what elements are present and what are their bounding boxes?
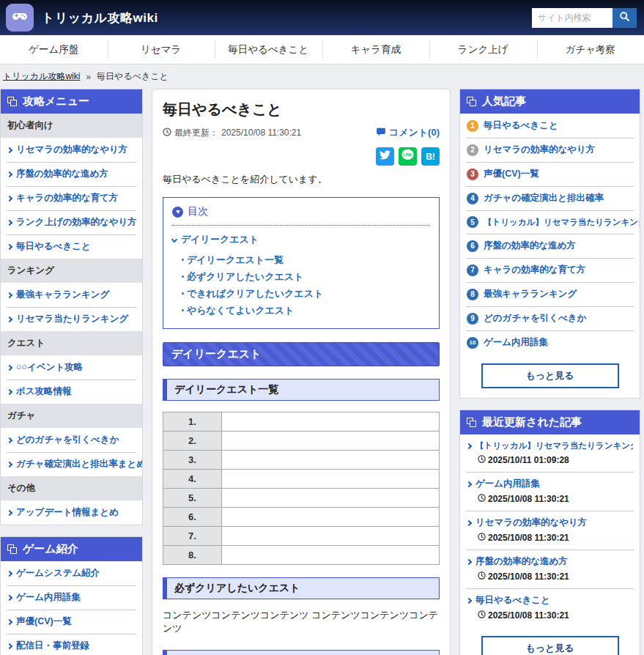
- toc-section-link[interactable]: デイリークエスト: [172, 233, 430, 246]
- recent-article-label: 毎日やるべきこと: [475, 594, 550, 607]
- recent-articles-header: 最近更新された記事: [460, 410, 640, 434]
- sidebar-link-label: ランク上げの効率的なやり方: [16, 216, 137, 229]
- toc-link-if-possible[interactable]: できればクリアしたいクエスト: [172, 285, 430, 302]
- sidebar-link-glossary[interactable]: ゲーム内用語集: [1, 585, 142, 610]
- social-share-row: LINE B!: [163, 147, 440, 166]
- sidebar-link-rank-up[interactable]: ランク上げの効率的なやり方: [1, 210, 142, 234]
- sidebar-link-reroll-howto[interactable]: リセマラの効率的なやり方: [1, 138, 142, 162]
- twitter-share-button[interactable]: [376, 147, 394, 166]
- right-sidebar: 人気記事 1毎日やるべきこと 2リセマラの効率的なやり方 3声優(CV)一覧 4…: [459, 89, 640, 655]
- sidebar-link-label: ○○イベント攻略: [16, 361, 83, 374]
- nav-item-gacha[interactable]: ガチャ考察: [537, 35, 644, 64]
- recent-article-2[interactable]: ゲーム内用語集 2025/10/08 11:30:21: [460, 472, 640, 511]
- popular-article-8[interactable]: 8最強キャラランキング: [460, 282, 640, 306]
- chevron-right-icon: [7, 570, 12, 576]
- toc-link-must-clear[interactable]: 必ずクリアしたいクエスト: [172, 268, 430, 285]
- nav-item-rank[interactable]: ランク上げ: [429, 35, 537, 64]
- chevron-right-icon: [7, 292, 12, 297]
- svg-text:LINE: LINE: [404, 152, 412, 157]
- breadcrumb-current: 毎日やるべきこと: [97, 70, 169, 83]
- sidebar-link-label: 毎日やるべきこと: [16, 240, 91, 253]
- popular-more-button[interactable]: もっと見る: [481, 363, 619, 388]
- section-body-text: コンテンツコンテンツコンテンツ コンテンツコンテンツコンテンツ: [163, 609, 440, 635]
- breadcrumb-home-link[interactable]: トリッカル攻略wiki: [3, 70, 80, 83]
- popular-article-label: 【トリッカル】リセマラ当たりランキング: [484, 217, 640, 228]
- sidebar-link-event[interactable]: ○○イベント攻略: [1, 355, 142, 380]
- nav-item-reroll[interactable]: リセマラ: [108, 35, 215, 64]
- row-content: [222, 546, 440, 565]
- page: トリッカル攻略wiki ゲーム序盤 リセマラ 毎日やるべきこと キャラ育成 ラン…: [0, 0, 644, 655]
- sidebar-link-early-game[interactable]: 序盤の効率的な進め方: [1, 162, 142, 186]
- search-input[interactable]: [532, 8, 612, 28]
- chevron-right-icon: [467, 443, 472, 448]
- sidebar-link-system[interactable]: ゲームシステム紹介: [1, 561, 142, 585]
- recent-more-button[interactable]: もっと見る: [481, 636, 619, 655]
- search-button[interactable]: [612, 8, 637, 28]
- popular-article-3[interactable]: 3声優(CV)一覧: [460, 162, 640, 186]
- line-icon: LINE: [400, 147, 415, 166]
- last-updated-value: 2025/10/08 11:30:21: [221, 127, 301, 138]
- rank-badge: 6: [467, 240, 478, 252]
- table-row: 2.: [163, 432, 440, 451]
- line-share-button[interactable]: LINE: [399, 147, 417, 166]
- popular-article-10[interactable]: 10ゲーム内用語集: [460, 330, 640, 355]
- chevron-right-icon: [7, 364, 12, 370]
- sidebar-link-cv-list[interactable]: 声優(CV)一覧: [1, 610, 142, 634]
- site-title[interactable]: トリッカル攻略wiki: [42, 10, 532, 26]
- chevron-right-icon: [7, 388, 12, 394]
- sidebar-link-which-gacha[interactable]: どのガチャを引くべきか: [1, 428, 142, 452]
- game-intro-header: ゲーム紹介: [1, 537, 142, 561]
- toc-title: 目次: [188, 205, 208, 218]
- sidebar-link-gacha-rates[interactable]: ガチャ確定演出と排出率まとめ: [1, 452, 142, 476]
- rank-badge: 2: [467, 144, 478, 156]
- popular-article-9[interactable]: 9どのガチャを引くべきか: [460, 306, 640, 330]
- recent-article-1[interactable]: 【トリッカル】リセマラ当たりランキング 2025/10/11 01:09:28: [460, 434, 640, 472]
- toc-link-skippable[interactable]: やらなくてよいクエスト: [172, 302, 430, 319]
- sidebar-link-char-raise[interactable]: キャラの効率的な育て方: [1, 186, 142, 210]
- recent-article-label: 【トリッカル】リセマラ当たりランキング: [475, 440, 633, 451]
- comment-link-label: コメント(0): [389, 126, 440, 139]
- clock-icon: [478, 455, 486, 465]
- nav-item-daily[interactable]: 毎日やるべきこと: [215, 35, 322, 64]
- recent-article-date: 2025/10/08 11:30:21: [467, 533, 633, 543]
- pages-icon: [7, 97, 17, 106]
- recent-article-5[interactable]: 毎日やるべきこと 2025/10/08 11:30:21: [460, 588, 640, 627]
- chevron-right-icon: [7, 509, 12, 515]
- toc-header[interactable]: 目次: [172, 205, 430, 226]
- row-number: 3.: [163, 451, 222, 470]
- site-logo[interactable]: [6, 4, 34, 32]
- popular-articles-title: 人気記事: [482, 95, 526, 108]
- game-intro-box: ゲーム紹介 ゲームシステム紹介 ゲーム内用語集 声優(CV)一覧 配信日・事前登…: [0, 536, 143, 655]
- sidebar-link-label: 序盤の効率的な進め方: [16, 168, 108, 180]
- sidebar-link-reroll-ranking[interactable]: リセマラ当たりランキング: [1, 307, 142, 331]
- clock-icon: [163, 127, 171, 138]
- popular-article-2[interactable]: 2リセマラの効率的なやり方: [460, 138, 640, 162]
- sidebar-link-boss[interactable]: ボス攻略情報: [1, 380, 142, 404]
- recent-article-4[interactable]: 序盤の効率的な進め方 2025/10/08 11:30:21: [460, 549, 640, 588]
- popular-article-5[interactable]: 5【トリッカル】リセマラ当たりランキング: [460, 210, 640, 234]
- recent-article-date: 2025/10/08 11:30:21: [467, 494, 633, 504]
- twitter-icon: [380, 149, 391, 163]
- popular-article-6[interactable]: 6序盤の効率的な進め方: [460, 234, 640, 258]
- chevron-right-icon: [7, 594, 12, 600]
- recent-article-3[interactable]: リセマラの効率的なやり方 2025/10/08 11:30:21: [460, 511, 640, 549]
- sidebar-link-daily[interactable]: 毎日やるべきこと: [1, 234, 142, 259]
- table-row: 5.: [163, 489, 440, 508]
- popular-article-1[interactable]: 1毎日やるべきこと: [460, 114, 640, 138]
- clock-icon: [478, 571, 486, 582]
- sidebar-link-tier-list[interactable]: 最強キャラランキング: [1, 283, 142, 307]
- rank-badge: 10: [467, 337, 478, 349]
- popular-article-7[interactable]: 7キャラの効率的な育て方: [460, 258, 640, 282]
- sidebar-link-update-info[interactable]: アップデート情報まとめ: [1, 500, 142, 525]
- row-number: 7.: [163, 527, 222, 546]
- chevron-right-icon: [467, 481, 472, 486]
- sidebar-link-release[interactable]: 配信日・事前登録: [1, 634, 142, 655]
- hatena-share-button[interactable]: B!: [421, 147, 440, 166]
- toc-link-quest-list[interactable]: デイリークエスト一覧: [172, 251, 430, 268]
- article-meta: 最終更新： 2025/10/08 11:30:21 コメント(0): [163, 126, 440, 139]
- table-row: 1.: [163, 412, 440, 432]
- popular-article-4[interactable]: 4ガチャの確定演出と排出確率: [460, 186, 640, 210]
- nav-item-game-start[interactable]: ゲーム序盤: [0, 35, 108, 64]
- nav-item-character[interactable]: キャラ育成: [322, 35, 430, 64]
- comment-link[interactable]: コメント(0): [376, 126, 440, 139]
